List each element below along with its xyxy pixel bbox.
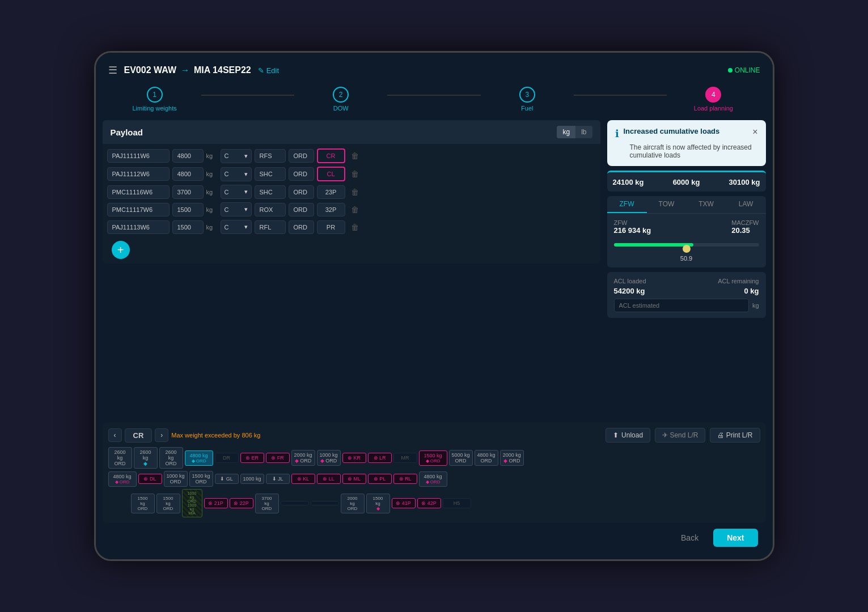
cargo-dest-1[interactable] [289, 149, 314, 163]
slot-kl[interactable]: ⊗ KL [291, 474, 315, 484]
slider-thumb[interactable] [683, 245, 691, 253]
slider-container[interactable] [614, 239, 759, 250]
cargo-code-1[interactable] [255, 149, 286, 163]
slot-b10[interactable]: 1500kg◆ [366, 494, 390, 513]
slot-rl[interactable]: ⊗ RL [393, 474, 417, 484]
tab-zfw[interactable]: ZFW [607, 196, 647, 213]
pallet-next-btn[interactable]: › [155, 428, 168, 442]
slot-lr[interactable]: ⊗ LR [368, 453, 392, 463]
unit-kg-btn[interactable]: kg [557, 126, 575, 138]
notif-close-btn[interactable]: × [752, 127, 757, 137]
cargo-dest-3[interactable] [289, 185, 314, 199]
delete-btn-2[interactable]: 🗑 [348, 168, 362, 180]
cargo-id-5[interactable] [107, 220, 170, 234]
edit-button[interactable]: ✎ Edit [258, 66, 279, 75]
pallet-prev-btn[interactable]: ‹ [108, 428, 122, 442]
cargo-class-4[interactable]: C ▾ [221, 202, 252, 216]
unit-toggle[interactable]: kg lb [557, 126, 592, 138]
cargo-weight-5[interactable] [172, 220, 204, 234]
slot-b3[interactable]: 1000kgORD1000kgMIA [182, 489, 202, 517]
delete-btn-4[interactable]: 🗑 [348, 204, 362, 215]
cargo-position-1[interactable]: CR [317, 148, 345, 163]
acl-estimated-input[interactable] [614, 299, 749, 312]
cargo-dest-5[interactable] [289, 220, 314, 234]
cargo-code-5[interactable] [255, 220, 286, 234]
slot-pl[interactable]: ⊗ PL [368, 474, 392, 484]
slot-b6[interactable]: 3700kgORD [255, 494, 279, 513]
slot-b2[interactable]: 1500kgORD [156, 494, 180, 513]
cargo-id-4[interactable] [107, 203, 170, 216]
slot-cl-lower[interactable]: 4800 kg ◆ ORD [108, 471, 137, 487]
slot-gr[interactable]: 2000 kg◆ ORD [291, 450, 315, 466]
cargo-weight-2[interactable] [172, 167, 204, 181]
step-4[interactable]: 4 Load planning [667, 87, 760, 112]
slot-mr[interactable]: MR [393, 453, 417, 463]
step-3[interactable]: 3 Fuel [481, 87, 574, 112]
unit-lb-btn[interactable]: lb [575, 126, 592, 138]
step-2[interactable]: 2 DOW [294, 87, 387, 112]
slot-hl[interactable]: 1000 kg [240, 474, 264, 484]
slot-jr[interactable]: 1000 kg◆ ORD [317, 450, 341, 466]
step-1[interactable]: 1 Limiting weights [108, 87, 201, 112]
cargo-id-1[interactable] [107, 149, 170, 163]
slot-kr[interactable]: ⊗ KR [342, 453, 366, 463]
zfw-content: ZFW 216 934 kg MACZFW 20.35 [607, 214, 766, 267]
slot-41p[interactable]: ⊗ 41P [392, 498, 416, 508]
cargo-code-4[interactable] [255, 203, 286, 216]
slot-ml[interactable]: ⊗ ML [342, 474, 366, 484]
tab-txw[interactable]: TXW [687, 196, 726, 213]
next-button[interactable]: Next [713, 529, 757, 547]
cargo-position-3[interactable]: 23P [317, 185, 345, 199]
slot-ll[interactable]: ⊗ LL [317, 474, 341, 484]
slot-sr[interactable]: 4800 kgORD [475, 450, 498, 466]
slot-fl[interactable]: 1500 kgORD [189, 471, 213, 487]
slot-dr[interactable]: DR [215, 453, 239, 463]
menu-icon[interactable]: ☰ [108, 64, 117, 76]
slot-gl[interactable]: ⬇ GL [215, 474, 239, 484]
send-lr-btn[interactable]: ✈ Send L/R [655, 428, 705, 443]
back-button[interactable]: Back [672, 529, 708, 547]
slot-jl[interactable]: ⬇ JL [266, 474, 290, 484]
cargo-position-4[interactable]: 32P [317, 203, 345, 216]
slot-rr[interactable]: 5000 kgORD [449, 450, 473, 466]
slot-b9[interactable]: 2000kgORD [341, 494, 365, 513]
cargo-code-2[interactable] [255, 167, 286, 181]
add-cargo-button[interactable]: + [112, 241, 130, 259]
slot-sl[interactable]: 4800 kg ◆ ORD [419, 471, 447, 487]
slot-22p[interactable]: ⊗ 22P [230, 498, 253, 508]
print-lr-btn[interactable]: 🖨 Print L/R [710, 428, 760, 443]
slot-u2[interactable]: 2600kg◆ [134, 447, 158, 469]
cargo-id-2[interactable] [107, 167, 170, 181]
slot-42p[interactable]: ⊗ 42P [417, 498, 441, 508]
slot-er[interactable]: ⊗ ER [240, 453, 264, 463]
slot-el[interactable]: 1000 kgORD [164, 471, 188, 487]
delete-btn-1[interactable]: 🗑 [348, 150, 362, 162]
cargo-dest-2[interactable] [289, 167, 314, 181]
cargo-position-5[interactable]: PR [317, 220, 345, 234]
cargo-code-3[interactable] [255, 185, 286, 199]
slot-b1[interactable]: 1500kgORD [131, 494, 155, 513]
slot-fr[interactable]: ⊗ FR [266, 453, 290, 463]
cargo-class-1[interactable]: C ▾ [221, 149, 252, 163]
slot-pr1[interactable]: 1500 kg ◆ ORD [419, 450, 447, 466]
slot-u1[interactable]: 2600kgORD [108, 447, 132, 469]
cargo-position-2[interactable]: CL [317, 167, 345, 181]
delete-btn-3[interactable]: 🗑 [348, 186, 362, 198]
cargo-weight-4[interactable] [172, 203, 204, 216]
cargo-class-5[interactable]: C ▾ [221, 220, 252, 234]
cargo-class-2[interactable]: C ▾ [221, 167, 252, 181]
slot-u3[interactable]: 2600kgORD [159, 447, 183, 469]
tab-law[interactable]: LAW [726, 196, 766, 213]
delete-btn-5[interactable]: 🗑 [348, 222, 362, 233]
cargo-id-3[interactable] [107, 185, 170, 199]
cargo-class-3[interactable]: C ▾ [221, 185, 252, 199]
slot-21p[interactable]: ⊗ 21P [204, 498, 228, 508]
unload-btn[interactable]: ⬆ Unload [606, 428, 650, 443]
slot-tr[interactable]: 2000 kg◆ ORD [500, 450, 524, 466]
cargo-weight-1[interactable] [172, 149, 204, 163]
cargo-dest-4[interactable] [289, 203, 314, 216]
slot-cr[interactable]: 4800 kg ◆ ORD [185, 450, 213, 466]
slot-dl[interactable]: ⊗ DL [138, 474, 162, 484]
cargo-weight-3[interactable] [172, 185, 204, 199]
tab-tow[interactable]: TOW [647, 196, 687, 213]
